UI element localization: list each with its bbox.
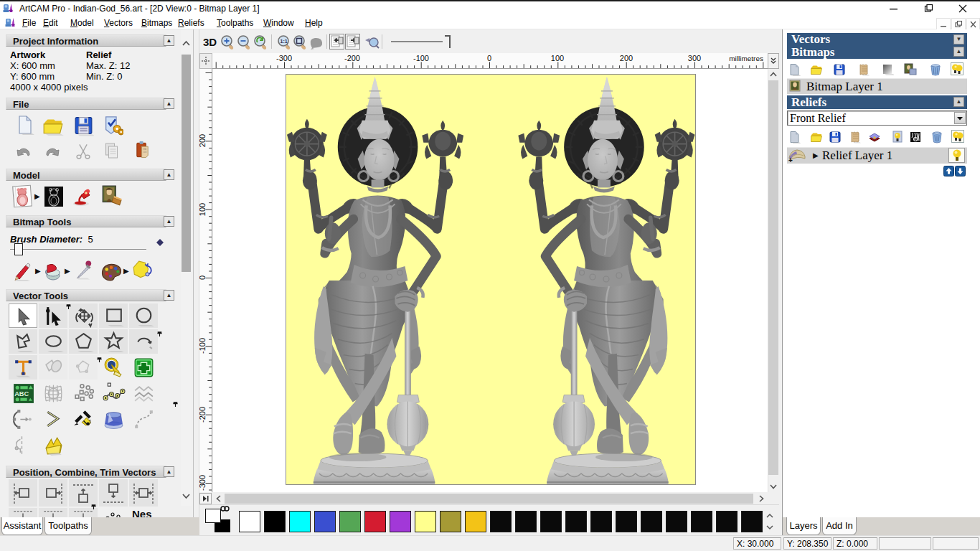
svg-text:-200: -200 — [344, 55, 360, 63]
svg-text:100: 100 — [551, 55, 564, 63]
svg-text:-200: -200 — [199, 407, 206, 423]
svg-text:100: 100 — [143, 151, 147, 154]
svg-text:200: 200 — [620, 55, 633, 63]
svg-text:300: 300 — [688, 55, 701, 63]
svg-text:0: 0 — [199, 276, 206, 280]
svg-text:millimetres: millimetres — [729, 55, 763, 63]
svg-text:-300: -300 — [199, 475, 206, 491]
svg-text:ABC: ABC — [14, 390, 29, 397]
svg-text:+: + — [788, 156, 793, 164]
svg-text:0: 0 — [487, 55, 491, 63]
svg-text:-100: -100 — [199, 338, 206, 354]
svg-text:200: 200 — [199, 134, 206, 147]
svg-text:-300: -300 — [276, 55, 292, 63]
svg-text:100: 100 — [199, 203, 206, 216]
svg-text:1:1: 1:1 — [281, 39, 288, 44]
svg-text:-100: -100 — [413, 55, 429, 63]
